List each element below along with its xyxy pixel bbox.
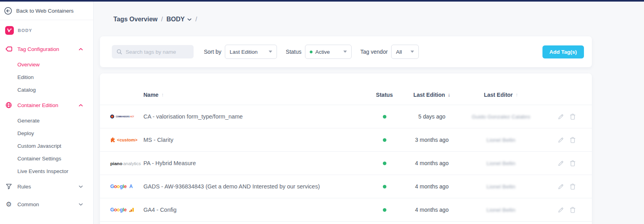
search-icon	[117, 49, 122, 55]
breadcrumb-separator: /	[161, 16, 163, 23]
vendor-select-value: All	[396, 49, 402, 55]
status-dot-active	[383, 138, 386, 142]
sort-desc-icon: ↓	[448, 92, 450, 98]
sidebar-section-rules[interactable]: Rules	[0, 181, 93, 192]
sidebar-item-edition[interactable]: Edition	[0, 71, 93, 83]
analytics-bars-icon	[129, 207, 134, 212]
breadcrumb-container-body[interactable]: BODY	[166, 16, 185, 23]
section-label: Tag Configuration	[17, 46, 59, 52]
table-row[interactable]: Google A GADS - AW-936834843 (Get a demo…	[100, 175, 592, 198]
tag-icon	[5, 46, 12, 52]
column-header-last-edition[interactable]: Last Edition ↓	[404, 92, 459, 98]
sidebar-item-custom-javascript[interactable]: Custom Javascript	[0, 139, 93, 152]
vendor-word: piano	[110, 161, 122, 166]
google-wordmark: Google	[110, 207, 126, 213]
tag-name: PA - Hybrid Measure	[143, 160, 365, 166]
table-row[interactable]: Google GA4 - Config 4 months ago Lionel …	[100, 198, 592, 222]
active-status-dot	[310, 51, 313, 53]
status-select[interactable]: Active	[305, 45, 352, 59]
header-label: Last Editor	[484, 92, 513, 98]
last-editor-value-blurred: Lionel Bellin	[459, 184, 542, 190]
status-dot-active	[383, 208, 386, 212]
column-header-status[interactable]: Status	[365, 92, 404, 98]
globe-icon	[5, 102, 12, 108]
container-badge: BODY	[0, 23, 93, 38]
search-input[interactable]	[126, 49, 189, 55]
sidebar-item-generate[interactable]: Generate	[0, 114, 93, 127]
caret-down-icon	[338, 51, 347, 53]
sort-asc-icon: ↑	[161, 92, 164, 98]
last-edition-value: 5 days ago	[404, 113, 459, 120]
chevron-down-icon[interactable]	[187, 18, 192, 21]
last-editor-value-blurred: Lionel Bellin	[459, 160, 542, 166]
add-tags-button[interactable]: Add Tag(s)	[542, 45, 584, 58]
commanders-act-mark-icon	[110, 115, 114, 119]
tags-table: Name ↑ Status Last Edition ↓ Last Editor…	[100, 73, 592, 224]
table-row[interactable]: <custom> MS - Clarity 3 months ago Lione…	[100, 128, 592, 152]
piano-analytics-logo: pianoanalytics	[110, 160, 141, 167]
delete-trash-icon[interactable]	[570, 160, 576, 167]
sort-select-value: Last Edition	[230, 49, 258, 55]
header-label: Name	[143, 92, 158, 98]
sidebar-item-container-settings[interactable]: Container Settings	[0, 152, 93, 165]
sidebar-item-catalog[interactable]: Catalog	[0, 83, 93, 96]
sidebar-item-label: Overview	[17, 62, 40, 68]
delete-trash-icon[interactable]	[570, 207, 576, 213]
search-box[interactable]	[112, 45, 194, 58]
vendor-select[interactable]: All	[391, 45, 419, 59]
delete-trash-icon[interactable]	[570, 183, 576, 190]
chevron-down-icon	[79, 185, 83, 188]
back-to-web-containers-link[interactable]: Back to Web Containers	[0, 2, 93, 20]
sidebar-section-tag-configuration[interactable]: Tag Configuration	[0, 43, 93, 55]
main-content: Tags Overview / BODY / Sort by Last Edit…	[94, 2, 644, 224]
edit-pencil-icon[interactable]	[557, 137, 564, 143]
tag-name: GA4 - Config	[143, 207, 365, 213]
last-edition-value: 4 months ago	[404, 183, 459, 190]
breadcrumb: Tags Overview / BODY /	[113, 16, 197, 23]
column-header-last-editor[interactable]: Last Editor ↑	[459, 92, 542, 98]
sidebar-item-deploy[interactable]: Deploy	[0, 127, 93, 139]
last-editor-value-blurred: Lionel Bellin	[459, 207, 542, 213]
column-header-name[interactable]: Name ↑	[143, 92, 365, 98]
sidebar-item-label: Container Settings	[17, 156, 61, 162]
custom-vendor-label: <custom>	[117, 137, 137, 142]
back-arrow-icon	[4, 7, 12, 15]
sidebar-item-label: Live Events Inspector	[17, 168, 68, 174]
status-label: Status	[286, 49, 301, 55]
status-select-value: Active	[315, 49, 330, 55]
sidebar-section-common[interactable]: ⚙ Common	[0, 198, 93, 210]
sidebar-item-label: Edition	[17, 74, 34, 80]
edit-pencil-icon[interactable]	[557, 113, 564, 120]
top-navy-strip	[0, 0, 644, 2]
vendor-word: analytics	[123, 161, 141, 166]
funnel-icon	[5, 184, 12, 189]
sidebar-item-overview[interactable]: Overview	[0, 58, 93, 71]
breadcrumb-separator: /	[195, 16, 197, 23]
commanders-act-logo: COMMANDERS ACT	[110, 115, 134, 119]
sort-asc-icon: ↑	[516, 92, 518, 98]
delete-trash-icon[interactable]	[570, 113, 576, 120]
section-label: Rules	[17, 184, 31, 190]
sidebar-section-container-edition[interactable]: Container Edition	[0, 99, 93, 111]
puzzle-piece-icon	[110, 137, 115, 143]
sidebar: Back to Web Containers BODY Tag Configur…	[0, 2, 94, 224]
header-label: Last Edition	[413, 92, 445, 98]
sidebar-item-label: Custom Javascript	[17, 143, 61, 149]
edit-pencil-icon[interactable]	[557, 160, 564, 167]
sidebar-item-live-events-inspector[interactable]: Live Events Inspector	[0, 165, 93, 177]
status-dot-active	[383, 115, 386, 119]
table-row[interactable]: pianoanalytics PA - Hybrid Measure 4 mon…	[100, 152, 592, 175]
breadcrumb-tags-overview[interactable]: Tags Overview	[113, 16, 158, 23]
sidebar-item-label: Deploy	[17, 130, 34, 136]
gear-icon: ⚙	[5, 201, 12, 208]
status-dot-active	[383, 185, 386, 188]
delete-trash-icon[interactable]	[570, 137, 576, 143]
edit-pencil-icon[interactable]	[557, 207, 564, 213]
table-row[interactable]: COMMANDERS ACT CA - valorisation form_ty…	[100, 105, 592, 128]
sort-select[interactable]: Last Edition	[225, 45, 277, 59]
table-header-row: Name ↑ Status Last Edition ↓ Last Editor…	[100, 85, 592, 105]
edit-pencil-icon[interactable]	[557, 183, 564, 190]
chevron-up-icon	[79, 48, 83, 51]
tag-name: GADS - AW-936834843 (Get a demo AND Inte…	[143, 183, 365, 190]
status-dot-active	[383, 162, 386, 165]
